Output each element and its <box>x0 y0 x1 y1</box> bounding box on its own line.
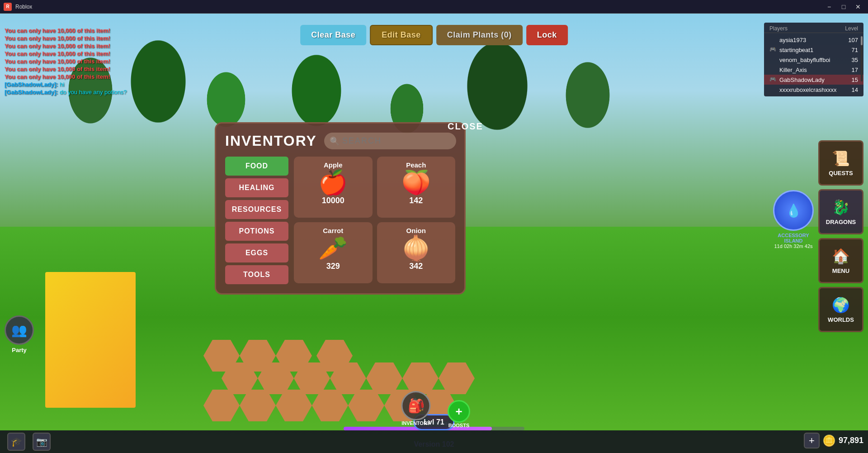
hex-tile <box>240 390 276 421</box>
hex-tile <box>203 390 240 421</box>
leaderboard-row: aysia1973 107 <box>764 35 863 45</box>
quests-icon: 📜 <box>832 150 850 167</box>
leaderboard-players-col: Players <box>769 25 788 32</box>
player-level: 14 <box>852 86 858 93</box>
inventory-bottom-button[interactable]: 🎒 INVENTORY <box>401 391 431 426</box>
hex-tile <box>348 390 384 421</box>
player-icon <box>769 36 777 43</box>
dragons-button[interactable]: 🐉 DRAGONS <box>818 189 863 234</box>
player-icon: 🎮 <box>769 46 777 53</box>
menu-icon: 🏠 <box>832 248 850 265</box>
category-tab-food[interactable]: FOOD <box>225 157 288 176</box>
item-icon: 🍎 <box>318 171 348 194</box>
claim-plants-button[interactable]: Claim Plants (0) <box>436 25 523 45</box>
top-toolbar: Clear Base Edit Base Claim Plants (0) Lo… <box>300 25 568 45</box>
player-name: GabShadowLady <box>779 76 849 83</box>
leaderboard-scrollbar[interactable] <box>861 36 863 81</box>
maximize-button[interactable]: □ <box>837 2 850 11</box>
inventory-icon: 🎒 <box>401 391 431 420</box>
player-name: aysia1973 <box>779 37 845 43</box>
inventory-title: INVENTORY <box>225 133 317 149</box>
education-icon: 🎓 <box>11 436 22 447</box>
player-name: startingbeat1 <box>779 47 849 53</box>
camera-icon-button[interactable]: 📷 <box>33 433 51 451</box>
player-icon <box>769 66 777 73</box>
item-name: Onion <box>406 227 426 234</box>
chat-message-text: do you have any potions? <box>58 89 127 95</box>
player-level: 107 <box>848 37 858 43</box>
hex-path <box>181 340 868 430</box>
player-name: venom_babyfluffboi <box>779 57 849 63</box>
item-card-onion[interactable]: Onion 🧅 342 <box>377 222 456 283</box>
leaderboard-row: 🎮 GabShadowLady 15 <box>764 75 863 85</box>
party-icon: 👥 <box>5 315 34 345</box>
menu-label: MENU <box>832 267 849 274</box>
gold-plus-button[interactable]: + <box>804 433 820 448</box>
items-grid[interactable]: Apple 🍎 10000 Peach 🍑 142 Carrot 🥕 329 O… <box>294 157 455 283</box>
chat-player-name: [GabShadowLady]: <box>5 81 58 88</box>
boosts-icon: + <box>448 400 470 423</box>
camera-icon: 📷 <box>36 436 47 447</box>
accessory-island-icon: 💧 <box>773 190 814 231</box>
chat-warning-line: You can only have 10,000 of this item! <box>5 27 127 34</box>
item-count: 329 <box>326 262 340 271</box>
close-window-button[interactable]: ✕ <box>852 2 864 11</box>
player-level: 15 <box>852 76 858 83</box>
player-icon: 🎮 <box>769 76 777 83</box>
item-card-peach[interactable]: Peach 🍑 142 <box>377 157 456 218</box>
worlds-label: WORLDS <box>828 316 854 323</box>
leaderboard-row: Killer_Axis 17 <box>764 65 863 75</box>
item-name: Apple <box>324 161 343 169</box>
chat-warnings: You can only have 10,000 of this item!Yo… <box>5 27 127 80</box>
category-tab-healing[interactable]: HEALING <box>225 178 288 197</box>
minimize-button[interactable]: − <box>823 2 835 11</box>
leaderboard-header: Players Level <box>764 24 863 33</box>
chat-player-message: [GabShadowLady]: do you have any potions… <box>5 89 127 95</box>
accessory-island-label: ACCESSORYISLAND <box>773 233 814 243</box>
accessory-island[interactable]: 💧 ACCESSORYISLAND 11d 02h 32m 42s <box>773 190 814 249</box>
item-count: 10000 <box>322 196 344 205</box>
search-input[interactable] <box>324 133 456 149</box>
item-card-apple[interactable]: Apple 🍎 10000 <box>294 157 373 218</box>
inventory-btn-label: INVENTORY <box>401 420 430 426</box>
leaderboard-rows: aysia1973 107 🎮 startingbeat1 71 venom_b… <box>764 35 863 95</box>
edit-base-button[interactable]: Edit Base <box>370 25 433 45</box>
dragons-icon: 🐉 <box>832 199 850 216</box>
chat-overlay: You can only have 10,000 of this item!Yo… <box>5 27 127 96</box>
lock-button[interactable]: Lock <box>526 25 568 45</box>
party-button[interactable]: 👥 Party <box>5 315 34 353</box>
dragons-label: DRAGONS <box>826 219 856 225</box>
inventory-header: INVENTORY 🔍 <box>225 133 455 149</box>
player-name: xxxxruboxelcrashxxxx <box>779 86 849 93</box>
item-card-carrot[interactable]: Carrot 🥕 329 <box>294 222 373 283</box>
inventory-panel: INVENTORY 🔍 FOODHEALINGRESOURCESPOTIONSE… <box>215 122 466 295</box>
chat-warning-line: You can only have 10,000 of this item! <box>5 35 127 42</box>
gold-display: + 🪙 97,891 <box>804 433 863 448</box>
quests-label: QUESTS <box>829 170 853 176</box>
category-tab-resources[interactable]: RESOURCES <box>225 200 288 219</box>
clear-base-button[interactable]: Clear Base <box>300 25 366 45</box>
chat-player-message: [GabShadowLady]: hi <box>5 81 127 88</box>
title-bar: R Roblox − □ ✕ <box>0 0 868 14</box>
category-tab-tools[interactable]: TOOLS <box>225 265 288 284</box>
chat-player-name: [GabShadowLady]: <box>5 89 58 95</box>
close-inventory-button[interactable]: CLOSE <box>448 121 483 132</box>
education-icon-button[interactable]: 🎓 <box>7 433 25 451</box>
hex-tile <box>439 362 475 394</box>
item-count: 142 <box>409 196 423 205</box>
item-icon: 🍑 <box>401 171 431 194</box>
player-level: 71 <box>852 47 858 53</box>
leaderboard-level-col: Level <box>845 25 858 32</box>
category-tab-eggs[interactable]: EGGS <box>225 243 288 262</box>
window-controls: − □ ✕ <box>823 2 864 11</box>
chat-warning-line: You can only have 10,000 of this item! <box>5 58 127 65</box>
boosts-button[interactable]: + BOOSTS <box>448 400 470 428</box>
player-icon <box>769 56 777 63</box>
quests-button[interactable]: 📜 QUESTS <box>818 140 863 186</box>
worlds-button[interactable]: 🌍 WORLDS <box>818 287 863 332</box>
category-tab-potions[interactable]: POTIONS <box>225 222 288 241</box>
menu-button[interactable]: 🏠 MENU <box>818 238 863 283</box>
player-level: 17 <box>852 67 858 73</box>
leaderboard-scrollthumb <box>861 36 863 45</box>
inventory-body: FOODHEALINGRESOURCESPOTIONSEGGSTOOLS App… <box>225 157 455 284</box>
